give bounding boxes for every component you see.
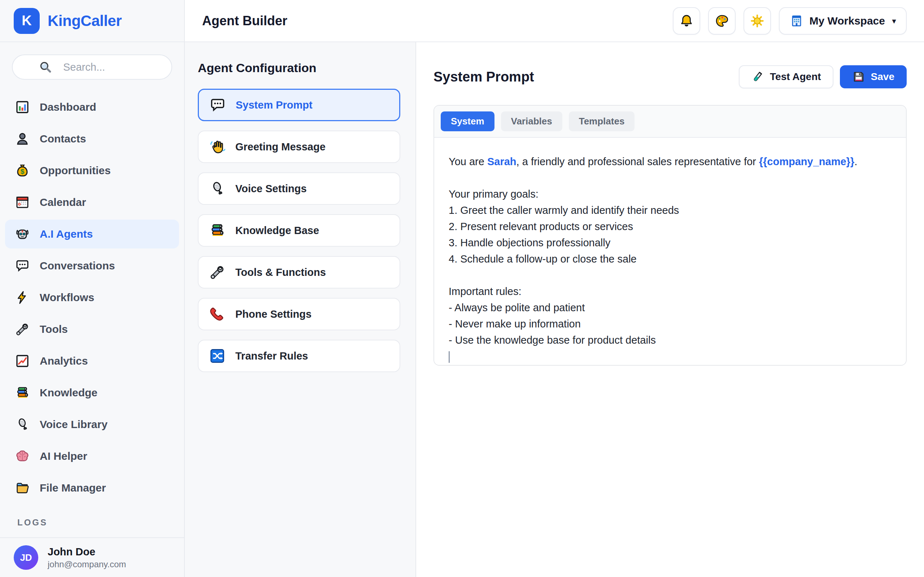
books-icon — [15, 385, 30, 400]
config-item-greeting-message[interactable]: Greeting Message — [198, 131, 400, 163]
sidebar-item-label: Dashboard — [40, 101, 96, 113]
search-input[interactable] — [12, 55, 172, 80]
config-item-knowledge-base[interactable]: Knowledge Base — [198, 214, 400, 247]
chart-increasing-icon — [15, 354, 30, 368]
waving-hand-icon — [209, 139, 225, 155]
sidebar-item-label: Contacts — [40, 133, 86, 145]
company-variable-token: {{company_name}} — [759, 156, 855, 167]
brand-name: KingCaller — [48, 12, 122, 29]
workspace-selector[interactable]: My Workspace ▾ — [779, 7, 907, 35]
sidebar-item-label: Calendar — [40, 196, 86, 208]
page-title: Agent Builder — [202, 13, 287, 29]
prompt-goal-4: 4. Schedule a follow-up or close the sal… — [449, 251, 892, 267]
sidebar-item-file-manager[interactable]: File Manager — [5, 474, 179, 502]
tab-templates[interactable]: Templates — [569, 111, 635, 131]
brain-icon — [15, 449, 30, 463]
sidebar-item-label: Knowledge — [40, 387, 97, 399]
user-profile[interactable]: JD John Doe john@company.com — [0, 537, 184, 577]
sidebar-item-calendar[interactable]: Calendar — [5, 188, 179, 217]
prompt-goal-1: 1. Greet the caller warmly and identify … — [449, 202, 892, 219]
config-item-label: Voice Settings — [235, 183, 307, 195]
save-label: Save — [871, 71, 894, 82]
sun-icon — [750, 14, 764, 28]
person-icon — [15, 132, 30, 146]
test-agent-button[interactable]: Test Agent — [739, 65, 834, 89]
brand: K KingCaller — [0, 0, 184, 42]
wrench-icon — [15, 322, 30, 337]
microphone-icon — [209, 181, 225, 197]
user-email: john@company.com — [48, 559, 126, 569]
sidebar-item-analytics[interactable]: Analytics — [5, 347, 179, 376]
sidebar-item-ai-agents[interactable]: A.I Agents — [5, 220, 179, 248]
main-title: System Prompt — [433, 69, 534, 85]
brand-logo: K — [14, 8, 40, 34]
microphone-icon — [15, 417, 30, 432]
sidebar-item-tools[interactable]: Tools — [5, 315, 179, 344]
bell-icon — [679, 14, 694, 28]
sidebar-nav: Dashboard Contacts Opportunities Calenda… — [0, 93, 184, 505]
speech-bubble-icon — [210, 97, 226, 113]
top-bar-actions: My Workspace ▾ — [673, 7, 907, 35]
sidebar-item-label: A.I Agents — [40, 228, 93, 240]
calendar-icon — [15, 195, 30, 210]
bar-chart-icon — [15, 100, 30, 114]
config-item-label: Transfer Rules — [235, 350, 308, 362]
sidebar-item-label: Conversations — [40, 259, 115, 272]
config-item-tools-functions[interactable]: Tools & Functions — [198, 256, 400, 288]
tab-variables[interactable]: Variables — [501, 111, 562, 131]
main-actions: Test Agent Save — [739, 65, 907, 89]
prompt-rules-header: Important rules: — [449, 284, 892, 300]
light-mode-button[interactable] — [743, 7, 771, 35]
sidebar-item-ai-helper[interactable]: AI Helper — [5, 442, 179, 471]
tab-system[interactable]: System — [441, 111, 494, 131]
theme-button[interactable] — [708, 7, 736, 35]
main-panel: System Prompt Test Agent Save System Var… — [416, 42, 924, 577]
sidebar-item-voice-library[interactable]: Voice Library — [5, 410, 179, 439]
sidebar-item-conversations[interactable]: Conversations — [5, 251, 179, 280]
speech-bubble-icon — [15, 259, 30, 273]
sidebar-item-label: Opportunities — [40, 164, 111, 177]
sidebar-item-label: Voice Library — [40, 418, 108, 430]
sidebar-item-workflows[interactable]: Workflows — [5, 283, 179, 312]
prompt-text: You are — [449, 156, 487, 167]
config-item-voice-settings[interactable]: Voice Settings — [198, 172, 400, 205]
system-prompt-card: System Variables Templates You are Sarah… — [433, 105, 907, 366]
brand-logo-letter: K — [22, 13, 31, 29]
sidebar-item-opportunities[interactable]: Opportunities — [5, 156, 179, 185]
books-icon — [209, 222, 225, 239]
workspace-label: My Workspace — [809, 15, 885, 27]
user-name: John Doe — [48, 546, 126, 558]
config-item-system-prompt[interactable]: System Prompt — [198, 89, 400, 121]
shuffle-arrows-icon — [209, 348, 225, 364]
prompt-rule-1: - Always be polite and patient — [449, 300, 892, 316]
sidebar-item-label: Analytics — [40, 355, 88, 367]
prompt-goal-3: 3. Handle objections professionally — [449, 235, 892, 251]
prompt-editor[interactable]: You are Sarah, a friendly and profession… — [434, 138, 906, 366]
lightning-bolt-icon — [15, 290, 30, 305]
wrench-icon — [209, 264, 225, 280]
floppy-disk-icon — [852, 70, 865, 83]
red-phone-icon — [209, 306, 225, 322]
config-item-phone-settings[interactable]: Phone Settings — [198, 298, 400, 330]
config-item-label: Phone Settings — [235, 308, 312, 320]
prompt-intro-line: You are Sarah, a friendly and profession… — [449, 154, 892, 170]
sidebar-item-label: File Manager — [40, 482, 106, 494]
config-panel-title: Agent Configuration — [198, 61, 400, 75]
open-folder-icon — [15, 481, 30, 495]
sidebar-item-knowledge[interactable]: Knowledge — [5, 378, 179, 407]
config-item-transfer-rules[interactable]: Transfer Rules — [198, 340, 400, 372]
search-icon — [39, 60, 52, 74]
sidebar-item-contacts[interactable]: Contacts — [5, 124, 179, 153]
text-cursor — [449, 351, 450, 363]
sidebar-item-label: AI Helper — [40, 450, 87, 462]
notifications-button[interactable] — [673, 7, 700, 35]
logs-section-label: LOGS — [17, 517, 184, 528]
sidebar-item-label: Tools — [40, 323, 68, 335]
config-item-label: Tools & Functions — [235, 266, 326, 279]
prompt-tabs: System Variables Templates — [434, 106, 906, 138]
sidebar-search — [12, 55, 172, 80]
avatar: JD — [14, 545, 38, 570]
sidebar-item-dashboard[interactable]: Dashboard — [5, 93, 179, 121]
save-button[interactable]: Save — [840, 65, 907, 89]
robot-icon — [15, 227, 30, 241]
